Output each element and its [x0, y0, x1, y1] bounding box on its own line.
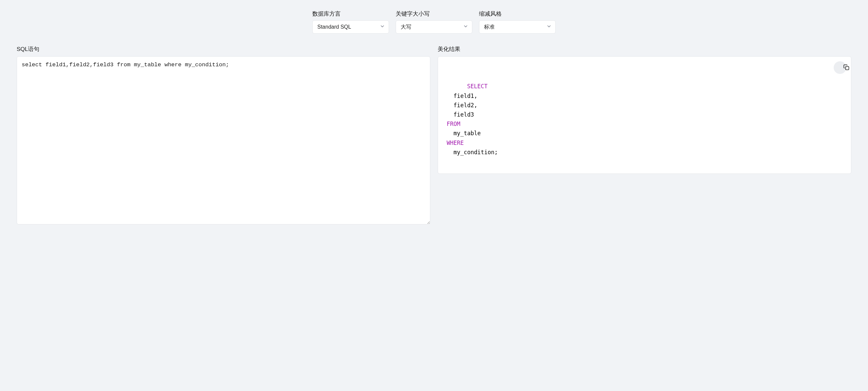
main-row: SQL语句 美化结果 SELECT field1, field2, field3… — [17, 45, 851, 225]
input-panel: SQL语句 — [17, 45, 430, 225]
dialect-label: 数据库方言 — [312, 10, 389, 18]
copy-icon — [831, 59, 849, 76]
keyword-case-select[interactable] — [396, 20, 472, 34]
indent-style-select-wrapper — [479, 20, 556, 34]
input-label: SQL语句 — [17, 45, 430, 53]
dialect-control-group: 数据库方言 — [312, 10, 389, 34]
sql-input[interactable] — [17, 56, 430, 225]
output-code: SELECT field1, field2, field3 FROM my_ta… — [447, 83, 498, 155]
keyword-case-control-group: 关键字大小写 — [396, 10, 472, 34]
output-box: SELECT field1, field2, field3 FROM my_ta… — [438, 56, 851, 174]
indent-style-label: 缩减风格 — [479, 10, 556, 18]
output-label: 美化结果 — [438, 45, 851, 53]
keyword-case-label: 关键字大小写 — [396, 10, 472, 18]
output-panel: 美化结果 SELECT field1, field2, field3 FROM … — [438, 45, 851, 225]
controls-row: 数据库方言 关键字大小写 缩减风格 — [17, 10, 851, 34]
dialect-select-wrapper — [312, 20, 389, 34]
indent-style-select[interactable] — [479, 20, 556, 34]
copy-button[interactable] — [834, 61, 846, 74]
svg-rect-0 — [845, 66, 849, 70]
keyword-case-select-wrapper — [396, 20, 472, 34]
dialect-select[interactable] — [312, 20, 389, 34]
indent-style-control-group: 缩减风格 — [479, 10, 556, 34]
